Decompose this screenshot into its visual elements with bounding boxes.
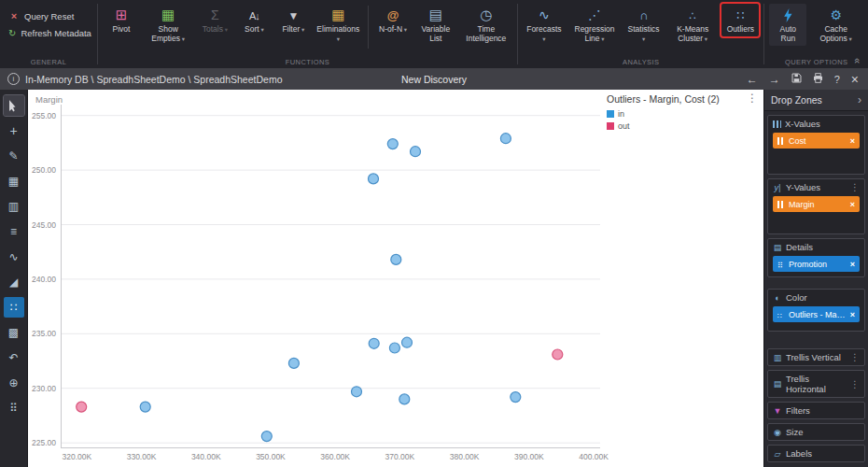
collapse-panel-icon[interactable] bbox=[858, 93, 861, 106]
group-label-general: GENERAL bbox=[0, 58, 97, 66]
auto-run-button[interactable]: Auto Run bbox=[769, 4, 806, 46]
annotate-pen-tool[interactable] bbox=[4, 146, 24, 166]
crosshair-tool[interactable] bbox=[4, 120, 24, 141]
close-icon[interactable] bbox=[851, 73, 859, 86]
chip-margin[interactable]: Margin bbox=[773, 196, 860, 212]
line-chart-view-icon[interactable] bbox=[4, 247, 24, 267]
data-point-in[interactable] bbox=[389, 343, 399, 353]
pivot-button[interactable]: Pivot bbox=[103, 4, 140, 36]
dropzone-details[interactable]: Details Promotion bbox=[767, 238, 865, 277]
refresh-metadata-button[interactable]: Refresh Metadata bbox=[8, 28, 89, 38]
measure-bars-icon bbox=[777, 201, 785, 208]
totals-button[interactable]: Totals bbox=[196, 4, 233, 36]
legend-swatch-in bbox=[607, 110, 614, 118]
k-means-cluster-button[interactable]: K-Means Cluster bbox=[665, 4, 721, 46]
data-point-in[interactable] bbox=[391, 254, 401, 264]
x-tick-label: 400.00K bbox=[570, 452, 617, 461]
data-point-in[interactable] bbox=[387, 139, 398, 149]
map-view-icon[interactable] bbox=[4, 373, 24, 393]
text-view-icon[interactable] bbox=[4, 221, 24, 242]
chip-promotion[interactable]: Promotion bbox=[773, 256, 860, 272]
scatter-dots-icon bbox=[777, 311, 785, 318]
n-of-n-button[interactable]: N-of-N bbox=[374, 4, 412, 36]
data-point-in[interactable] bbox=[402, 337, 413, 347]
heatmap-view-icon[interactable] bbox=[4, 322, 24, 343]
undo-icon[interactable] bbox=[4, 347, 24, 368]
print-icon[interactable] bbox=[813, 73, 823, 85]
show-empties-button[interactable]: Show Empties bbox=[142, 4, 194, 46]
select-cursor-tool[interactable] bbox=[4, 95, 24, 116]
chip-cost[interactable]: Cost bbox=[773, 133, 860, 149]
dropzone-trellis-horizontal[interactable]: Trellis Horizontal bbox=[767, 370, 865, 398]
dropzone-x-values[interactable]: X-Values Cost bbox=[767, 115, 865, 175]
cursor-icon bbox=[9, 100, 19, 112]
dropzone-size[interactable]: Size bbox=[767, 423, 865, 441]
data-point-out[interactable] bbox=[553, 349, 563, 360]
info-icon[interactable] bbox=[7, 73, 20, 85]
y-tick-label: 240.00 bbox=[28, 275, 56, 284]
data-point-out[interactable] bbox=[77, 402, 87, 412]
legend-swatch-out bbox=[607, 122, 614, 130]
remove-chip-icon[interactable] bbox=[850, 260, 855, 269]
scatter-chart-view-icon[interactable] bbox=[4, 297, 24, 318]
query-reset-button[interactable]: Query Reset bbox=[8, 10, 89, 21]
dropzone-y-values[interactable]: Y-Values Margin bbox=[767, 178, 865, 234]
chart-options-menu-icon[interactable] bbox=[747, 92, 758, 105]
regression-line-button[interactable]: Regression Line bbox=[567, 4, 623, 46]
eliminations-button[interactable]: Eliminations bbox=[314, 4, 362, 46]
sort-button[interactable]: Sort bbox=[235, 4, 273, 36]
data-point-in[interactable] bbox=[399, 394, 410, 404]
data-point-in[interactable] bbox=[140, 402, 150, 412]
outliers-button[interactable]: Outliers bbox=[721, 4, 759, 36]
area-chart-view-icon[interactable] bbox=[4, 272, 24, 292]
forecasts-button[interactable]: Forecasts bbox=[523, 4, 566, 46]
collapse-ribbon-icon[interactable] bbox=[852, 58, 863, 64]
dropzone-trellis-vertical[interactable]: Trellis Vertical bbox=[767, 348, 865, 366]
remove-chip-icon[interactable] bbox=[850, 310, 855, 319]
x-tick-label: 320.00K bbox=[53, 452, 100, 461]
statistics-button[interactable]: Statistics bbox=[623, 4, 664, 46]
bar-chart-view-icon[interactable] bbox=[4, 196, 24, 217]
forward-arrow-icon[interactable] bbox=[769, 74, 780, 85]
data-point-in[interactable] bbox=[511, 392, 521, 403]
data-point-in[interactable] bbox=[261, 432, 272, 442]
matrix-view-icon[interactable] bbox=[4, 398, 24, 418]
cache-options-button[interactable]: Cache Options bbox=[808, 4, 863, 46]
dropzone-labels[interactable]: Labels bbox=[767, 445, 865, 462]
section-menu-icon[interactable] bbox=[850, 182, 860, 192]
data-point-in[interactable] bbox=[352, 387, 362, 397]
remove-chip-icon[interactable] bbox=[850, 200, 855, 209]
data-point-in[interactable] bbox=[369, 174, 379, 184]
chip-outliers-margin[interactable]: Outliers - Margin,... bbox=[773, 306, 860, 322]
ribbon-group-functions: Pivot Show Empties Totals Sort Filter El… bbox=[98, 0, 517, 68]
refresh-icon bbox=[8, 28, 16, 38]
back-arrow-icon[interactable] bbox=[747, 74, 758, 85]
drop-zones-panel: Drop Zones X-Values Cost Y-Values Margin… bbox=[763, 90, 868, 467]
discovery-title-bar: New Discovery In-Memory DB \ SpreadhShee… bbox=[0, 68, 868, 90]
data-point-in[interactable] bbox=[411, 147, 421, 157]
save-icon[interactable] bbox=[791, 73, 802, 85]
legend-item-out[interactable]: out bbox=[607, 121, 720, 131]
time-intelligence-button[interactable]: Time Intelligence bbox=[460, 4, 512, 46]
measure-bars-icon bbox=[777, 137, 785, 145]
legend-item-in[interactable]: in bbox=[607, 109, 720, 119]
remove-chip-icon[interactable] bbox=[850, 136, 855, 146]
grid-view-icon[interactable] bbox=[4, 171, 24, 191]
variable-list-button[interactable]: Variable List bbox=[413, 4, 458, 46]
section-menu-icon[interactable] bbox=[850, 352, 860, 362]
data-point-in[interactable] bbox=[500, 134, 511, 144]
details-grid-icon bbox=[773, 243, 782, 252]
dropzone-color[interactable]: Color Outliers - Margin,... bbox=[767, 289, 865, 332]
scatter-plot[interactable] bbox=[61, 105, 600, 448]
x-tick-label: 390.00K bbox=[506, 452, 553, 461]
filter-button[interactable]: Filter bbox=[274, 4, 312, 36]
x-tick-label: 350.00K bbox=[247, 452, 294, 461]
label-tag-icon bbox=[773, 449, 782, 459]
chart-canvas[interactable]: Margin Outliers - Margin, Cost (2) in ou… bbox=[28, 90, 763, 467]
help-icon[interactable] bbox=[834, 74, 840, 85]
dropzone-filters[interactable]: Filters bbox=[767, 402, 865, 419]
trellis-vertical-icon bbox=[773, 353, 782, 362]
data-point-in[interactable] bbox=[369, 338, 379, 348]
section-menu-icon[interactable] bbox=[850, 379, 860, 389]
data-point-in[interactable] bbox=[288, 358, 299, 368]
